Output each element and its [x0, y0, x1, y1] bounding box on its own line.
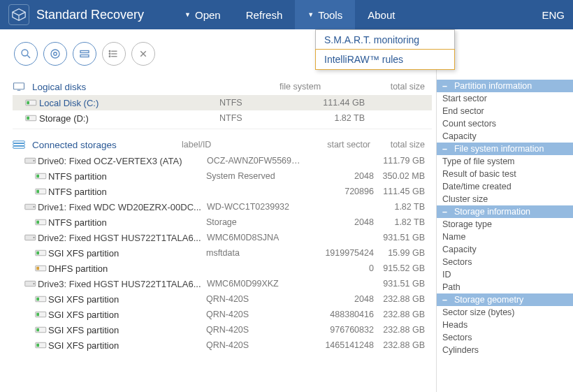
partition-label: QRN-420S [206, 340, 302, 350]
menu-refresh-label: Refresh [246, 9, 283, 21]
disk-icon [25, 114, 39, 122]
panel-header[interactable]: –File system information [437, 143, 573, 155]
menu-about-label: About [368, 9, 395, 21]
panel-field: Count sectors [437, 117, 573, 130]
close-button[interactable] [131, 42, 155, 66]
partition-start: 2048 [302, 171, 374, 181]
partition-name: NTFS partition [48, 217, 206, 228]
partition-label: QRN-420S [206, 310, 302, 319]
panel-field: Type of file system [437, 155, 573, 168]
partition-label: System Reserved [206, 171, 302, 181]
drive-size: 931.51 GB [374, 233, 432, 242]
svg-rect-32 [36, 221, 39, 224]
drive-row[interactable]: Drive1: Fixed WDC WD20EZRX-00DC...WD-WCC… [13, 199, 432, 215]
menu-open[interactable]: ▼Open [172, 0, 233, 29]
disk-size: 1.82 TB [310, 113, 372, 123]
chevron-down-icon: ▼ [307, 11, 314, 18]
drive-row[interactable]: Drive2: Fixed HGST HUS722T1TALA6...WMC6M… [13, 230, 432, 245]
partition-name: DHFS partition [48, 263, 206, 274]
logical-disk-row[interactable]: Local Disk (C:)NTFS111.44 GB [13, 95, 432, 110]
svg-rect-21 [13, 144, 25, 146]
list-button[interactable] [102, 42, 126, 66]
panel-title: Partition information [454, 81, 532, 91]
partition-name: NTFS partition [48, 187, 206, 197]
panel-field: Cylinders [437, 344, 573, 356]
partition-row[interactable]: NTFS partitionSystem Reserved2048350.02 … [13, 168, 432, 184]
svg-rect-48 [36, 344, 39, 347]
language-switcher[interactable]: ENG [542, 9, 565, 21]
panel-title: File system information [454, 144, 544, 154]
partition-name: SGI XFS partition [48, 294, 206, 305]
titlebar: Standard Recovery ▼Open Refresh ▼Tools A… [0, 0, 573, 29]
partition-name: SGI XFS partition [48, 340, 206, 351]
partition-row[interactable]: NTFS partition720896111.45 GB [13, 184, 432, 199]
svg-rect-17 [27, 101, 29, 105]
panel-field: Start sector [437, 92, 573, 105]
svg-point-9 [109, 51, 110, 52]
panel-header[interactable]: –Storage geometry [437, 293, 573, 306]
partition-start: 0 [302, 263, 374, 273]
disk-name: Local Disk (C:) [39, 98, 219, 108]
panel-header[interactable]: –Storage information [437, 205, 573, 218]
panel-field: Date/time created [437, 180, 573, 193]
partition-size: 915.52 GB [374, 263, 432, 273]
partition-label: Storage [206, 217, 302, 227]
svg-point-2 [51, 50, 59, 58]
main-menu: ▼Open Refresh ▼Tools About [172, 0, 407, 29]
drive-name: Drive0: Fixed OCZ-VERTEX3 (ATA) [38, 156, 207, 166]
svg-point-11 [109, 56, 110, 57]
partition-icon [35, 310, 48, 319]
section-logical-header: Logical disks file system total size [13, 78, 432, 95]
panel-field: ID [437, 268, 573, 281]
partition-start: 976760832 [302, 325, 374, 335]
svg-point-30 [34, 206, 35, 208]
menu-open-label: Open [195, 9, 221, 21]
partition-icon [35, 249, 48, 257]
logical-disk-row[interactable]: Storage (D:)NTFS1.82 TB [13, 110, 432, 126]
drive-row[interactable]: Drive0: Fixed OCZ-VERTEX3 (ATA)OCZ-AWNZ0… [13, 153, 432, 168]
menu-about[interactable]: About [355, 0, 407, 29]
menu-tools[interactable]: ▼Tools [295, 0, 355, 29]
partition-start: 720896 [302, 187, 374, 196]
partition-icon [35, 341, 48, 349]
svg-rect-28 [36, 190, 39, 194]
panel-field: Sectors [437, 256, 573, 268]
panel-field: Name [437, 231, 573, 243]
panel-field: Heads [437, 319, 573, 331]
partition-start: 2048 [302, 294, 374, 304]
scan-button[interactable] [14, 42, 38, 66]
drive-row[interactable]: Drive3: Fixed HGST HUS722T1TALA6...WMC6M… [13, 276, 432, 291]
partition-start: 488380416 [302, 310, 374, 319]
svg-point-34 [34, 237, 35, 238]
partition-row[interactable]: DHFS partition0915.52 GB [13, 261, 432, 276]
partition-row[interactable]: SGI XFS partitionQRN-420S1465141248232.8… [13, 337, 432, 353]
svg-rect-46 [36, 328, 39, 332]
drive-name: Drive1: Fixed WDC WD20EZRX-00DC... [38, 202, 207, 212]
svg-point-10 [109, 53, 110, 55]
drive-name: Drive3: Fixed HGST HUS722T1TALA6... [38, 279, 207, 289]
partition-icon [35, 172, 48, 180]
tools-smart[interactable]: S.M.A.R.T. monitoring [316, 30, 454, 50]
disk-size: 111.44 GB [310, 98, 372, 108]
partition-row[interactable]: SGI XFS partitionQRN-420S488380416232.88… [13, 307, 432, 322]
raid-button[interactable] [73, 42, 96, 66]
col-size2: total size [370, 140, 432, 150]
partition-icon [35, 326, 48, 334]
partition-row[interactable]: SGI XFS partitionmsftdata191997542415.99… [13, 245, 432, 261]
svg-rect-4 [80, 51, 89, 53]
partition-icon [35, 218, 48, 226]
tools-intelliraw[interactable]: IntelliRAW™ rules [315, 49, 455, 70]
partition-size: 1.82 TB [374, 217, 432, 227]
partition-label: QRN-420S [206, 325, 302, 335]
target-button[interactable] [43, 42, 67, 66]
menu-refresh[interactable]: Refresh [233, 0, 296, 29]
svg-rect-14 [14, 83, 24, 89]
drive-icon [24, 203, 38, 211]
partition-size: 232.88 GB [374, 340, 432, 350]
menu-tools-label: Tools [318, 9, 342, 21]
partition-row[interactable]: NTFS partitionStorage20481.82 TB [13, 215, 432, 230]
partition-row[interactable]: SGI XFS partitionQRN-420S976760832232.88… [13, 322, 432, 337]
drive-icon [24, 157, 38, 165]
partition-row[interactable]: SGI XFS partitionQRN-420S2048232.88 GB [13, 291, 432, 307]
panel-header[interactable]: –Partition information [437, 80, 573, 92]
